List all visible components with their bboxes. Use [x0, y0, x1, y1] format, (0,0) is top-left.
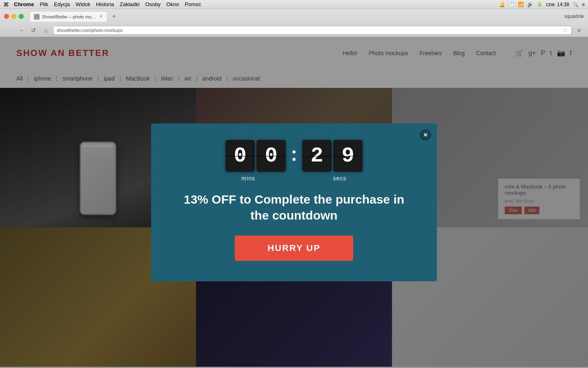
address-bar[interactable]: showithetter.com/photo-mockups ☆ — [53, 26, 572, 35]
close-window-button[interactable] — [4, 14, 9, 19]
menu-plik[interactable]: Plik — [40, 1, 48, 7]
address-text: showithetter.com/photo-mockups — [57, 28, 561, 33]
tab-close-button[interactable]: ✕ — [99, 14, 103, 19]
apple-logo-icon[interactable]: ⌘ — [3, 1, 9, 8]
control-center-icon[interactable]: ≡ — [582, 2, 585, 7]
secs-units-digit: 9 — [333, 140, 363, 172]
menu-zakladki[interactable]: Zakładki — [120, 1, 139, 7]
mins-tens-digit: 0 — [225, 140, 255, 172]
mins-digit-group: 0 0 — [225, 140, 286, 172]
secs-digit-group: 2 9 — [302, 140, 363, 172]
new-tab-button[interactable]: + — [109, 11, 119, 21]
wifi-icon: 📶 — [518, 2, 524, 7]
volume-icon: 🔊 — [527, 2, 533, 7]
menu-items: Chrome Plik Edycja Widok Historia Zakład… — [14, 1, 201, 7]
mac-menubar: ⌘ Chrome Plik Edycja Widok Historia Zakł… — [0, 0, 588, 9]
secs-tens-digit: 2 — [302, 140, 332, 172]
back-button[interactable]: ← — [4, 25, 14, 35]
modal-backdrop[interactable]: ✕ 0 0 : 2 9 mins secs 13% OFF to — [0, 37, 588, 368]
label-gap — [282, 175, 306, 182]
browser-titlebar: ShowItBetter – photo mo... ✕ + squadnik — [0, 9, 588, 24]
countdown-row: 0 0 : 2 9 — [225, 140, 363, 172]
battery-icon: 🔋 — [537, 2, 543, 7]
secs-label: secs — [309, 175, 371, 182]
menu-chrome[interactable]: Chrome — [14, 1, 34, 7]
hamburger-menu-button[interactable]: ≡ — [574, 25, 584, 35]
website: SHOW AN BETTER Hello! Photo mockups Free… — [0, 37, 588, 368]
search-icon[interactable]: 🔍 — [572, 2, 579, 7]
minimize-window-button[interactable] — [11, 14, 16, 19]
reload-button[interactable]: ↺ — [29, 25, 38, 35]
home-button[interactable]: ⌂ — [41, 25, 51, 35]
browser-chrome: ShowItBetter – photo mo... ✕ + squadnik … — [0, 9, 588, 37]
forward-button[interactable]: → — [16, 25, 26, 35]
browser-toolbar: ← → ↺ ⌂ showithetter.com/photo-mockups ☆… — [0, 24, 588, 37]
notification-icon: 🔔 — [499, 2, 505, 7]
mins-units-digit: 0 — [256, 140, 286, 172]
maximize-window-button[interactable] — [19, 14, 24, 19]
tab-title: ShowItBetter – photo mo... — [42, 14, 95, 19]
bookmark-icon[interactable]: ☆ — [563, 27, 568, 34]
tab-bar: ShowItBetter – photo mo... ✕ + — [29, 11, 561, 22]
menu-historia[interactable]: Historia — [96, 1, 114, 7]
menu-okno[interactable]: Okno — [166, 1, 179, 7]
menu-edycja[interactable]: Edycja — [54, 1, 70, 7]
clock-icon: 🕐 — [508, 2, 514, 7]
browser-profile-label: squadnik — [564, 13, 584, 19]
mac-right-items: 🔔 🕐 📶 🔊 🔋 czw. 14:38 🔍 ≡ — [499, 2, 585, 7]
traffic-lights — [4, 14, 24, 19]
menu-pomoc[interactable]: Pomoc — [185, 1, 201, 7]
menu-osoby[interactable]: Osoby — [145, 1, 161, 7]
hurry-up-button[interactable]: HURRY UP — [235, 236, 353, 261]
modal-headline: 13% OFF to Complete the purchase in the … — [176, 191, 412, 223]
menu-widok[interactable]: Widok — [76, 1, 90, 7]
countdown-colon: : — [291, 143, 297, 169]
discount-modal: ✕ 0 0 : 2 9 mins secs 13% OFF to — [151, 123, 437, 281]
mins-label: mins — [217, 175, 279, 182]
active-browser-tab[interactable]: ShowItBetter – photo mo... ✕ — [29, 11, 107, 22]
tab-favicon — [34, 14, 40, 20]
countdown-labels: mins secs — [172, 175, 416, 182]
clock-display: czw. 14:38 — [546, 2, 569, 7]
modal-close-button[interactable]: ✕ — [420, 129, 431, 141]
